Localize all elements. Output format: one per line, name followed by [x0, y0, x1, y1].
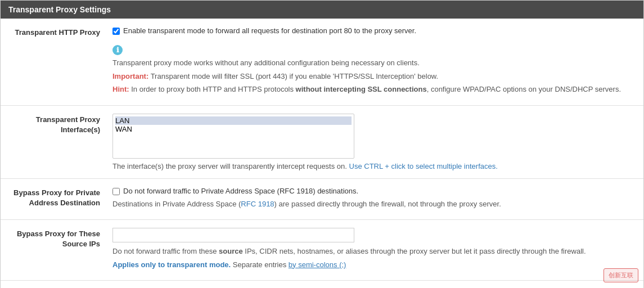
- bypass-source-input[interactable]: [112, 228, 354, 242]
- hint-text-2: , configure WPAD/PAC options on your DNS…: [427, 85, 621, 93]
- important-label: Important:: [112, 72, 148, 80]
- panel-header: Transparent Proxy Settings: [1, 1, 643, 19]
- semicolon-link[interactable]: by semi-colons (;): [289, 260, 346, 269]
- rfc-1918-link[interactable]: RFC 1918: [241, 200, 274, 208]
- bypass-private-checkbox-line: Do not forward traffic to Private Addres…: [112, 187, 638, 195]
- proxy-note: Transparent proxy mode works without any…: [112, 57, 638, 69]
- bypass-source-content: Do not forward traffic from these source…: [110, 228, 638, 272]
- interface-row: Transparent ProxyInterface(s) LAN WAN Th…: [1, 106, 643, 179]
- bypass-private-text: Do not forward traffic to Private Addres…: [123, 187, 358, 195]
- bypass-dest-row: Bypass Proxy for TheseDestination IPs Do…: [1, 281, 643, 288]
- bypass-source-row: Bypass Proxy for TheseSource IPs Do not …: [1, 220, 643, 281]
- http-proxy-label: Transparent HTTP Proxy: [6, 26, 110, 38]
- enable-line: Enable transparent mode to forward all r…: [112, 26, 638, 35]
- bypass-private-row: Bypass Proxy for PrivateAddress Destinat…: [1, 179, 643, 220]
- interface-option-wan[interactable]: WAN: [115, 125, 352, 134]
- watermark: 创新互联: [604, 268, 638, 282]
- interface-help-link[interactable]: Use CTRL + click to select multiple inte…: [349, 162, 498, 170]
- bypass-private-content: Do not forward traffic to Private Addres…: [110, 187, 638, 212]
- bypass-source-desc: Do not forward traffic from these source…: [112, 246, 638, 257]
- bypass-private-checkbox[interactable]: [112, 188, 120, 195]
- hint-bold: without intercepting SSL connections: [296, 85, 427, 93]
- http-proxy-row: Transparent HTTP Proxy Enable transparen…: [1, 19, 643, 106]
- http-proxy-checkbox[interactable]: [112, 28, 120, 35]
- interface-select[interactable]: LAN WAN: [112, 114, 354, 159]
- interface-help: The interface(s) the proxy server will t…: [112, 162, 638, 170]
- bypass-private-desc: Destinations in Private Address Space (R…: [112, 199, 638, 210]
- panel-title: Transparent Proxy Settings: [8, 5, 111, 14]
- settings-panel: Transparent Proxy Settings Transparent H…: [0, 0, 644, 288]
- important-note: Important: Transparent mode will filter …: [112, 71, 638, 82]
- hint-note: Hint: In order to proxy both HTTP and HT…: [112, 84, 638, 95]
- hint-label: Hint:: [112, 85, 129, 93]
- info-icon: ℹ: [112, 45, 123, 55]
- bypass-private-label: Bypass Proxy for PrivateAddress Destinat…: [6, 187, 110, 208]
- important-text: Transparent mode will filter SSL (port 4…: [148, 72, 438, 80]
- interface-content: LAN WAN The interface(s) the proxy serve…: [110, 114, 638, 170]
- http-proxy-content: Enable transparent mode to forward all r…: [110, 26, 638, 97]
- hint-text-1: In order to proxy both HTTP and HTTPS pr…: [129, 85, 296, 93]
- applies-text: Applies only to transparent mode.: [112, 260, 231, 269]
- bypass-source-applies: Applies only to transparent mode. Separa…: [112, 259, 638, 271]
- source-bold: source: [219, 247, 243, 255]
- bypass-source-label: Bypass Proxy for TheseSource IPs: [6, 228, 110, 249]
- http-proxy-checkbox-label: Enable transparent mode to forward all r…: [123, 26, 416, 35]
- interface-option-lan[interactable]: LAN: [115, 116, 352, 125]
- interface-label: Transparent ProxyInterface(s): [6, 114, 110, 135]
